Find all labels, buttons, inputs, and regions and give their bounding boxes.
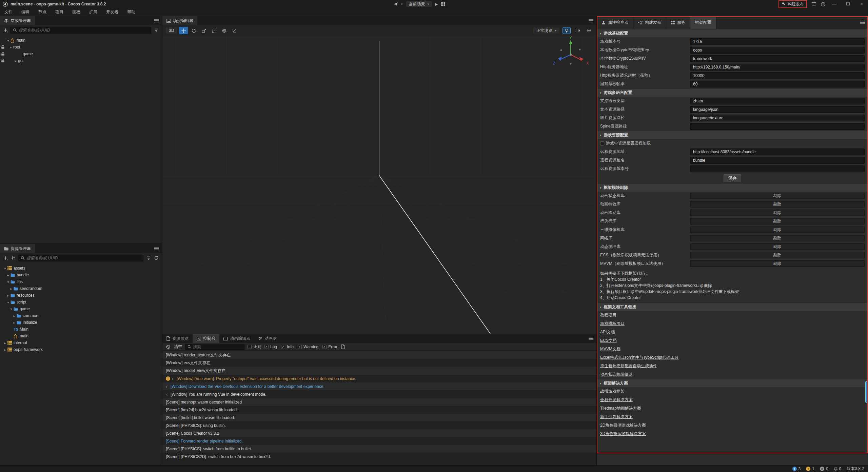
menu-item-1[interactable]: 编辑 (17, 9, 34, 15)
doc-link[interactable]: API文档 (597, 328, 868, 336)
doc-link[interactable]: 动画状态机编辑器 (597, 370, 868, 379)
scale-tool-icon[interactable] (199, 27, 208, 34)
section-header[interactable]: ▾框架模块剔除 (597, 184, 868, 192)
doc-link[interactable]: 原生包热更新配置自动生成插件 (597, 362, 868, 370)
field-input[interactable] (690, 149, 865, 155)
menu-item-5[interactable]: 扩展 (85, 9, 102, 15)
log-row[interactable]: [Window] ecs文件夹存在 (162, 359, 596, 367)
log-row[interactable]: ›[Window] Download the Vue Devtools exte… (162, 382, 596, 390)
remove-module-button[interactable]: 剔除 (690, 227, 865, 233)
field-input[interactable] (690, 157, 865, 164)
field-input[interactable] (690, 115, 865, 121)
warning-checkbox[interactable] (298, 345, 302, 349)
chevron-down-icon[interactable]: ▾ (6, 300, 11, 304)
log-row[interactable]: [Scene] [PHYSICS]: switch from builtin t… (162, 445, 596, 453)
tab-scene-editor[interactable]: 场景编辑器 (162, 16, 197, 25)
doc-link[interactable]: 战棋游戏框架 (597, 387, 868, 396)
log-row[interactable]: [Scene] meshopt wasm decoder initialized (162, 398, 596, 406)
menu-item-7[interactable]: 帮助 (123, 9, 140, 15)
asset-node[interactable]: ▾script (0, 299, 162, 306)
section-header[interactable]: ▾框架解决方案 (597, 379, 868, 387)
doc-link[interactable]: MVVM文档 (597, 345, 868, 353)
chevron-down-icon[interactable]: ▾ (401, 2, 403, 6)
field-input[interactable] (690, 64, 865, 71)
remove-module-button[interactable]: 剔除 (690, 218, 865, 224)
scrollbar-thumb[interactable] (865, 381, 867, 403)
remove-module-button[interactable]: 剔除 (690, 210, 865, 216)
remove-module-button[interactable]: 剔除 (690, 260, 865, 267)
asset-node[interactable]: ▸seedrandom (0, 285, 162, 292)
hierarchy-node[interactable]: ▸gui (0, 57, 162, 64)
info-checkbox[interactable] (281, 345, 285, 349)
view-mode-select[interactable]: 正常浏览 ▾ (533, 27, 559, 34)
section-header[interactable]: ▾游戏多语言配置 (597, 89, 868, 97)
snap-tool-icon[interactable] (230, 27, 239, 34)
monitor-icon[interactable] (812, 2, 816, 6)
log-checkbox[interactable] (264, 345, 269, 349)
chevron-down-icon[interactable]: ▾ (8, 45, 13, 49)
panel-menu-icon[interactable] (589, 19, 593, 22)
log-row[interactable]: [Scene] [PHYSICS2D]: switch from box2d-w… (162, 453, 596, 460)
tab-动画编辑器[interactable]: 动画编辑器 (219, 334, 254, 343)
chevron-down-icon[interactable]: ▾ (6, 280, 11, 284)
field-input[interactable] (690, 47, 865, 54)
filter-Info[interactable]: Info (281, 345, 294, 349)
doc-link[interactable]: 全栈开发解决方案 (597, 396, 868, 404)
chevron-right-icon[interactable]: ▸ (3, 341, 7, 345)
chevron-right-icon[interactable]: ▸ (13, 59, 18, 63)
console-log-area[interactable]: [Window] render_texture文件夹存在[Window] ecs… (162, 351, 596, 465)
info-count[interactable]: i3 (792, 467, 801, 471)
clear-label[interactable]: 清空 (174, 344, 182, 350)
remove-module-button[interactable]: 剔除 (690, 193, 865, 199)
regex-checkbox[interactable] (248, 345, 252, 349)
asset-node[interactable]: ▸internal (0, 339, 162, 346)
remove-module-button[interactable]: 剔除 (690, 243, 865, 250)
panel-menu-icon[interactable] (589, 337, 593, 340)
doc-link[interactable]: Excel格式转Json文件与TypeScript代码工具 (597, 353, 868, 362)
field-input[interactable] (690, 72, 865, 79)
doc-link[interactable]: 3D角色扮演游戏解决方案 (597, 430, 868, 438)
light-toggle-icon[interactable] (563, 27, 571, 34)
doc-link[interactable]: ECS文档 (597, 336, 868, 345)
section-header[interactable]: ▾游戏资源配置 (597, 131, 868, 139)
asset-node[interactable]: main (0, 333, 162, 339)
asset-node[interactable]: TSMain (0, 326, 162, 333)
move-tool-icon[interactable] (179, 27, 188, 34)
filter-Warning[interactable]: Warning (298, 345, 318, 349)
hierarchy-search[interactable] (11, 27, 151, 34)
doc-link[interactable]: 2D角色扮演游戏解决方案 (597, 421, 868, 430)
expand-icon[interactable]: › (166, 392, 171, 397)
log-row[interactable]: [Scene] Forward render pipeline initiali… (162, 437, 596, 445)
asset-node[interactable]: ▾assets (0, 265, 162, 272)
rotate-tool-icon[interactable] (189, 27, 198, 34)
log-row[interactable]: [Window] render_texture文件夹存在 (162, 351, 596, 359)
regex-filter[interactable]: 正则 (248, 344, 261, 350)
field-input[interactable] (690, 165, 865, 172)
tab-资源预览[interactable]: 资源预览 (162, 334, 193, 343)
asset-node[interactable]: ▸common (0, 312, 162, 319)
filter-icon[interactable] (146, 256, 151, 260)
camera-icon[interactable] (574, 27, 582, 34)
log-row[interactable]: [Scene] [bullet]:bullet wasm lib loaded. (162, 414, 596, 421)
remove-module-button[interactable]: 剔除 (690, 201, 865, 208)
notification-count[interactable]: 0 (834, 467, 842, 471)
section-header[interactable]: ▾框架文档工具链接 (597, 303, 868, 311)
log-row[interactable]: !›[Window] [Vue warn]: Property "onInput… (162, 375, 596, 382)
preview-device-icon[interactable] (393, 2, 398, 6)
add-asset-button[interactable] (3, 256, 8, 260)
tab-属性检查器[interactable]: 属性检查器 (597, 16, 633, 29)
log-row[interactable]: [Scene] Cocos Creator v3.8.2 (162, 429, 596, 437)
chevron-right-icon[interactable]: ▸ (12, 321, 17, 324)
minimize-button[interactable]: — (830, 2, 839, 6)
field-input[interactable] (690, 106, 865, 113)
log-row[interactable]: [Scene] [box2d]:box2d wasm lib loaded. (162, 406, 596, 414)
panel-menu-icon[interactable] (154, 247, 159, 250)
doc-link[interactable]: 新手引导解决方案 (597, 413, 868, 421)
console-search[interactable] (185, 344, 244, 350)
chevron-right-icon[interactable]: ▸ (9, 287, 14, 291)
sort-icon[interactable] (11, 256, 16, 260)
export-log-icon[interactable] (340, 345, 346, 349)
chevron-down-icon[interactable]: ▾ (9, 307, 14, 311)
expand-icon[interactable]: › (172, 376, 177, 381)
launch-grid-icon[interactable] (441, 2, 445, 6)
